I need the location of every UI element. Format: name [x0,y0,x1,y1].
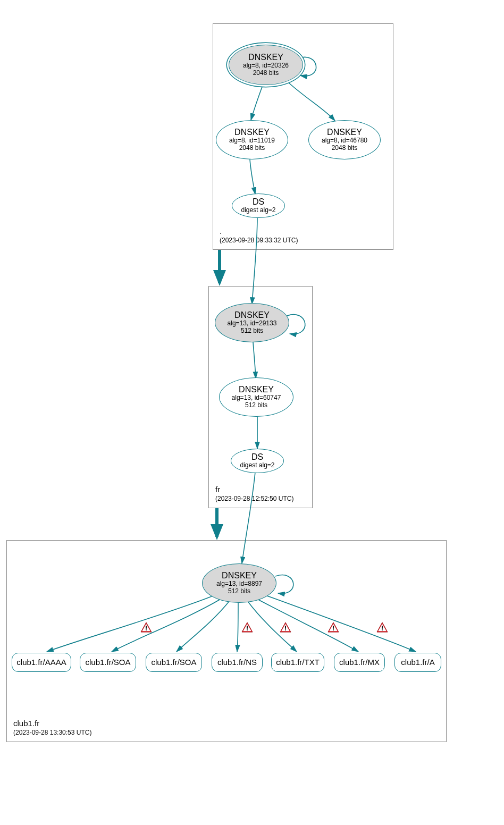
rrset-a: club1.fr/A [394,653,441,672]
node-fr-ksk-bits: 512 bits [241,327,263,335]
node-root-dnskey-2: DNSKEY alg=8, id=46780 2048 bits [308,120,381,159]
rrset-ns-label: club1.fr/NS [217,658,257,667]
node-root-zsk-bits: 2048 bits [239,145,265,152]
node-fr-ds-digest: digest alg=2 [240,462,274,469]
node-fr-zsk-title: DNSKEY [239,385,274,394]
rrset-mx: club1.fr/MX [334,653,385,672]
svg-rect-1 [146,629,147,630]
node-root-ksk-title: DNSKEY [248,53,283,62]
zone-fr-timestamp: (2023-09-28 12:52:50 UTC) [215,495,293,502]
zone-club1-name: club1.fr [13,719,91,728]
node-fr-ds: DS digest alg=2 [231,449,284,473]
svg-rect-6 [333,626,334,628]
svg-rect-8 [382,626,383,628]
zone-club1-timestamp: (2023-09-28 13:30:53 UTC) [13,729,91,736]
node-fr-ksk-alg: alg=13, id=29133 [228,320,277,327]
rrset-ns: club1.fr/NS [212,653,263,672]
rrset-soa-1: club1.fr/SOA [80,653,136,672]
warning-icon [140,622,152,633]
node-club1-ksk: DNSKEY alg=13, id=8897 512 bits [202,563,276,603]
warning-icon [280,622,291,633]
zone-fr-label: fr (2023-09-28 12:52:50 UTC) [215,485,293,502]
zone-club1-label: club1.fr (2023-09-28 13:30:53 UTC) [13,719,91,736]
node-root-k2-title: DNSKEY [327,128,362,137]
rrset-mx-label: club1.fr/MX [339,658,380,667]
svg-rect-3 [247,629,248,630]
svg-rect-9 [382,629,383,630]
node-root-ds-digest: digest alg=2 [241,207,275,214]
node-club1-ksk-alg: alg=13, id=8897 [216,580,262,588]
rrset-aaaa-label: club1.fr/AAAA [16,658,66,667]
svg-rect-4 [285,626,286,628]
svg-rect-5 [285,629,286,630]
zone-root-name: . [220,226,298,235]
node-root-ds: DS digest alg=2 [232,193,285,218]
rrset-soa-2: club1.fr/SOA [146,653,202,672]
svg-rect-0 [146,626,147,628]
rrset-soa2-label: club1.fr/SOA [151,658,196,667]
node-root-ksk-alg: alg=8, id=20326 [243,62,289,70]
node-club1-ksk-title: DNSKEY [222,571,257,580]
warning-icon [376,622,388,633]
rrset-txt: club1.fr/TXT [271,653,324,672]
node-fr-ds-title: DS [251,452,263,462]
node-fr-ksk-title: DNSKEY [234,310,270,320]
node-root-ksk-bits: 2048 bits [253,70,279,77]
svg-rect-7 [333,629,334,630]
node-root-k2-bits: 2048 bits [332,145,358,152]
zone-root-label: . (2023-09-28 09:33:32 UTC) [220,226,298,244]
node-root-zsk: DNSKEY alg=8, id=11019 2048 bits [216,120,288,159]
rrset-soa1-label: club1.fr/SOA [85,658,130,667]
rrset-a-label: club1.fr/A [401,658,434,667]
warning-icon [327,622,339,633]
node-root-ksk: DNSKEY alg=8, id=20326 2048 bits [229,45,303,85]
node-fr-zsk-alg: alg=13, id=60747 [232,394,281,402]
rrset-txt-label: club1.fr/TXT [276,658,320,667]
node-root-ds-title: DS [253,197,264,207]
node-root-k2-alg: alg=8, id=46780 [322,137,367,145]
zone-fr-name: fr [215,485,293,494]
node-root-zsk-alg: alg=8, id=11019 [229,137,275,145]
rrset-aaaa: club1.fr/AAAA [12,653,71,672]
node-fr-ksk: DNSKEY alg=13, id=29133 512 bits [215,303,289,342]
warning-icon [241,622,253,633]
svg-rect-2 [247,626,248,628]
zone-root-timestamp: (2023-09-28 09:33:32 UTC) [220,237,298,244]
node-fr-zsk-bits: 512 bits [245,402,267,409]
node-root-zsk-title: DNSKEY [234,128,270,137]
node-fr-zsk: DNSKEY alg=13, id=60747 512 bits [219,377,293,417]
node-club1-ksk-bits: 512 bits [228,588,250,595]
